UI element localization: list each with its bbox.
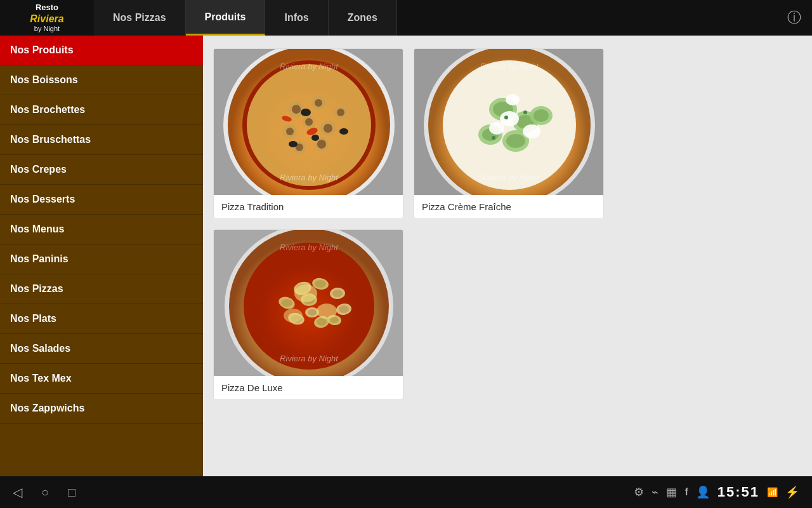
svg-point-21 (301, 109, 311, 116)
nav-tabs: Nos Pizzas Produits Infos Zones (94, 0, 776, 36)
svg-point-6 (292, 105, 301, 114)
logo-line2: Riviera (30, 13, 63, 25)
svg-point-14 (324, 124, 332, 133)
svg-point-41 (500, 111, 519, 126)
sidebar-item-nos-paninis[interactable]: Nos Paninis (0, 244, 203, 274)
info-icon: ⓘ (787, 8, 801, 27)
tab-nos-pizzas[interactable]: Nos Pizzas (94, 0, 186, 36)
pizza-label-tradition: Pizza Tradition (214, 195, 403, 218)
pizza-image-de-luxe: Riviera by Night Riviera by Night (214, 230, 403, 376)
sidebar-item-nos-desserts[interactable]: Nos Desserts (0, 185, 203, 215)
facebook-icon: f (684, 486, 688, 498)
svg-point-12 (286, 128, 294, 135)
sidebar-item-nos-pizzas[interactable]: Nos Pizzas (0, 274, 203, 304)
sidebar-item-nos-produits[interactable]: Nos Produits (0, 36, 203, 65)
app-container: Resto Riviera by Night Nos Pizzas Produi… (0, 0, 812, 508)
pizza-svg-creme-fraiche (414, 49, 604, 195)
svg-point-40 (534, 109, 549, 122)
svg-point-38 (506, 134, 525, 148)
svg-point-23 (289, 141, 298, 147)
svg-point-57 (332, 290, 343, 297)
svg-point-10 (337, 109, 344, 116)
sidebar-item-nos-boissons[interactable]: Nos Boissons (0, 65, 203, 95)
pizza-svg-tradition (214, 49, 403, 195)
svg-point-61 (339, 305, 349, 313)
svg-point-45 (504, 116, 508, 119)
svg-point-24 (311, 135, 319, 141)
logo-line3: by Night (30, 25, 63, 33)
pizza-card-de-luxe[interactable]: Riviera by Night Riviera by Night Pizza … (213, 229, 403, 400)
svg-point-20 (317, 140, 326, 149)
top-navigation-bar: Resto Riviera by Night Nos Pizzas Produi… (0, 0, 812, 36)
svg-point-8 (315, 99, 322, 107)
svg-point-73 (317, 304, 337, 319)
tab-infos[interactable]: Infos (265, 0, 328, 36)
pizza-card-tradition[interactable]: Riviera by Night Riviera by Night Pizza … (213, 48, 403, 219)
system-bar-right: ⚙ ⌁ ▦ f 👤 15:51 📶 ⚡ (634, 484, 799, 500)
tab-zones[interactable]: Zones (329, 0, 397, 36)
svg-point-43 (523, 124, 540, 138)
sidebar-item-nos-plats[interactable]: Nos Plats (0, 304, 203, 334)
wifi-icon: 📶 (767, 487, 778, 497)
back-button[interactable]: ◁ (13, 485, 22, 500)
pizza-svg-de-luxe (214, 230, 403, 376)
pizza-card-creme-fraiche[interactable]: Riviera by Night Riviera by Night Pizza … (414, 48, 604, 219)
svg-point-44 (506, 94, 520, 105)
pizza-grid: Riviera by Night Riviera by Night Pizza … (213, 48, 802, 400)
system-clock: 15:51 (717, 484, 759, 500)
person-icon: 👤 (696, 485, 710, 499)
svg-point-55 (315, 280, 326, 288)
sidebar: Nos Produits Nos Boissons Nos Brochettes… (0, 36, 203, 476)
sidebar-item-nos-brochettes[interactable]: Nos Brochettes (0, 95, 203, 125)
pizza-label-creme-fraiche: Pizza Crème Fraîche (414, 195, 603, 218)
android-icon: ⚙ (634, 485, 644, 499)
tab-produits[interactable]: Produits (186, 0, 266, 36)
svg-point-72 (294, 284, 317, 302)
svg-point-67 (317, 318, 327, 326)
main-layout: Nos Produits Nos Boissons Nos Brochettes… (0, 36, 812, 476)
svg-point-74 (284, 309, 303, 323)
pizza-image-creme-fraiche: Riviera by Night Riviera by Night (414, 49, 604, 195)
system-bar-left: ◁ ○ □ (13, 485, 75, 500)
sidebar-item-nos-salades[interactable]: Nos Salades (0, 334, 203, 364)
system-bar: ◁ ○ □ ⚙ ⌁ ▦ f 👤 15:51 📶 ⚡ (0, 476, 812, 508)
pizza-label-de-luxe: Pizza De Luxe (214, 376, 403, 399)
svg-point-22 (339, 128, 348, 135)
sidebar-item-nos-bruschettas[interactable]: Nos Bruschettas (0, 125, 203, 155)
usb-icon: ⌁ (652, 485, 658, 499)
logo-area: Resto Riviera by Night (0, 0, 94, 36)
home-button[interactable]: ○ (41, 485, 49, 500)
sidebar-item-nos-crepes[interactable]: Nos Crepes (0, 155, 203, 185)
svg-point-16 (305, 118, 313, 126)
logo-text: Resto Riviera by Night (30, 3, 63, 33)
content-area: Riviera by Night Riviera by Night Pizza … (203, 36, 812, 476)
battery-icon: ⚡ (785, 485, 799, 499)
svg-point-69 (308, 309, 317, 316)
gallery-icon: ▦ (666, 485, 677, 499)
sidebar-item-nos-tex-mex[interactable]: Nos Tex Mex (0, 364, 203, 394)
recent-apps-button[interactable]: □ (68, 485, 75, 500)
svg-point-42 (489, 122, 504, 135)
pizza-image-tradition: Riviera by Night Riviera by Night (214, 49, 403, 195)
info-button[interactable]: ⓘ (776, 0, 812, 36)
logo-line1: Resto (30, 3, 63, 13)
svg-point-59 (281, 299, 292, 307)
sidebar-item-nos-menus[interactable]: Nos Menus (0, 215, 203, 244)
svg-point-46 (523, 110, 527, 114)
sidebar-item-nos-zappwichs[interactable]: Nos Zappwichs (0, 394, 203, 424)
svg-point-47 (492, 136, 495, 140)
